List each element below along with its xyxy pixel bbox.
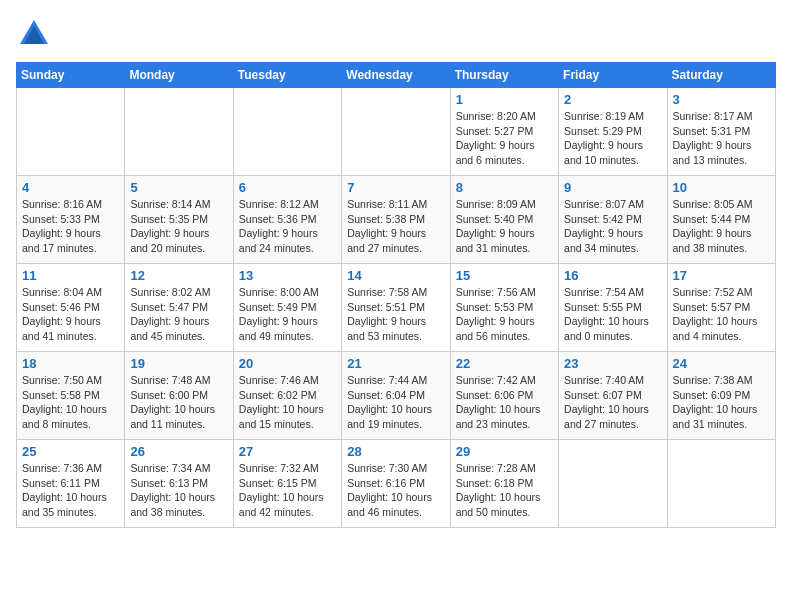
day-cell: 27Sunrise: 7:32 AM Sunset: 6:15 PM Dayli… [233,440,341,528]
day-info: Sunrise: 7:30 AM Sunset: 6:16 PM Dayligh… [347,461,444,520]
day-cell: 15Sunrise: 7:56 AM Sunset: 5:53 PM Dayli… [450,264,558,352]
week-row-2: 4Sunrise: 8:16 AM Sunset: 5:33 PM Daylig… [17,176,776,264]
day-info: Sunrise: 7:32 AM Sunset: 6:15 PM Dayligh… [239,461,336,520]
week-row-5: 25Sunrise: 7:36 AM Sunset: 6:11 PM Dayli… [17,440,776,528]
day-number: 28 [347,444,444,459]
day-number: 9 [564,180,661,195]
day-number: 6 [239,180,336,195]
day-number: 24 [673,356,770,371]
day-cell: 28Sunrise: 7:30 AM Sunset: 6:16 PM Dayli… [342,440,450,528]
day-info: Sunrise: 8:11 AM Sunset: 5:38 PM Dayligh… [347,197,444,256]
day-number: 20 [239,356,336,371]
day-cell [559,440,667,528]
day-info: Sunrise: 8:02 AM Sunset: 5:47 PM Dayligh… [130,285,227,344]
day-number: 11 [22,268,119,283]
logo [16,16,56,56]
day-cell: 19Sunrise: 7:48 AM Sunset: 6:00 PM Dayli… [125,352,233,440]
day-cell: 5Sunrise: 8:14 AM Sunset: 5:35 PM Daylig… [125,176,233,264]
week-row-4: 18Sunrise: 7:50 AM Sunset: 5:58 PM Dayli… [17,352,776,440]
day-info: Sunrise: 7:40 AM Sunset: 6:07 PM Dayligh… [564,373,661,432]
day-cell: 22Sunrise: 7:42 AM Sunset: 6:06 PM Dayli… [450,352,558,440]
calendar-body: 1Sunrise: 8:20 AM Sunset: 5:27 PM Daylig… [17,88,776,528]
day-info: Sunrise: 8:12 AM Sunset: 5:36 PM Dayligh… [239,197,336,256]
day-cell: 21Sunrise: 7:44 AM Sunset: 6:04 PM Dayli… [342,352,450,440]
day-number: 16 [564,268,661,283]
day-info: Sunrise: 8:04 AM Sunset: 5:46 PM Dayligh… [22,285,119,344]
day-number: 7 [347,180,444,195]
day-cell: 26Sunrise: 7:34 AM Sunset: 6:13 PM Dayli… [125,440,233,528]
day-number: 27 [239,444,336,459]
day-info: Sunrise: 8:19 AM Sunset: 5:29 PM Dayligh… [564,109,661,168]
day-cell: 11Sunrise: 8:04 AM Sunset: 5:46 PM Dayli… [17,264,125,352]
day-number: 2 [564,92,661,107]
day-cell: 16Sunrise: 7:54 AM Sunset: 5:55 PM Dayli… [559,264,667,352]
day-number: 17 [673,268,770,283]
day-info: Sunrise: 8:20 AM Sunset: 5:27 PM Dayligh… [456,109,553,168]
day-info: Sunrise: 7:46 AM Sunset: 6:02 PM Dayligh… [239,373,336,432]
header-cell-sunday: Sunday [17,63,125,88]
day-info: Sunrise: 8:00 AM Sunset: 5:49 PM Dayligh… [239,285,336,344]
week-row-3: 11Sunrise: 8:04 AM Sunset: 5:46 PM Dayli… [17,264,776,352]
day-info: Sunrise: 7:38 AM Sunset: 6:09 PM Dayligh… [673,373,770,432]
day-info: Sunrise: 7:48 AM Sunset: 6:00 PM Dayligh… [130,373,227,432]
header-cell-monday: Monday [125,63,233,88]
day-info: Sunrise: 7:34 AM Sunset: 6:13 PM Dayligh… [130,461,227,520]
day-number: 18 [22,356,119,371]
day-cell: 8Sunrise: 8:09 AM Sunset: 5:40 PM Daylig… [450,176,558,264]
day-cell: 29Sunrise: 7:28 AM Sunset: 6:18 PM Dayli… [450,440,558,528]
day-cell: 1Sunrise: 8:20 AM Sunset: 5:27 PM Daylig… [450,88,558,176]
day-info: Sunrise: 7:54 AM Sunset: 5:55 PM Dayligh… [564,285,661,344]
day-number: 14 [347,268,444,283]
day-cell [342,88,450,176]
day-cell: 14Sunrise: 7:58 AM Sunset: 5:51 PM Dayli… [342,264,450,352]
day-info: Sunrise: 8:07 AM Sunset: 5:42 PM Dayligh… [564,197,661,256]
day-number: 22 [456,356,553,371]
day-cell: 3Sunrise: 8:17 AM Sunset: 5:31 PM Daylig… [667,88,775,176]
header-cell-saturday: Saturday [667,63,775,88]
calendar-table: SundayMondayTuesdayWednesdayThursdayFrid… [16,62,776,528]
day-number: 13 [239,268,336,283]
day-cell: 4Sunrise: 8:16 AM Sunset: 5:33 PM Daylig… [17,176,125,264]
day-number: 5 [130,180,227,195]
day-info: Sunrise: 8:14 AM Sunset: 5:35 PM Dayligh… [130,197,227,256]
logo-icon [16,16,52,52]
day-number: 19 [130,356,227,371]
header-cell-wednesday: Wednesday [342,63,450,88]
day-cell: 7Sunrise: 8:11 AM Sunset: 5:38 PM Daylig… [342,176,450,264]
day-info: Sunrise: 8:05 AM Sunset: 5:44 PM Dayligh… [673,197,770,256]
day-number: 25 [22,444,119,459]
day-number: 12 [130,268,227,283]
day-cell: 10Sunrise: 8:05 AM Sunset: 5:44 PM Dayli… [667,176,775,264]
day-number: 1 [456,92,553,107]
day-info: Sunrise: 7:58 AM Sunset: 5:51 PM Dayligh… [347,285,444,344]
day-cell [125,88,233,176]
header-cell-tuesday: Tuesday [233,63,341,88]
day-cell: 20Sunrise: 7:46 AM Sunset: 6:02 PM Dayli… [233,352,341,440]
day-number: 29 [456,444,553,459]
day-number: 15 [456,268,553,283]
day-cell: 6Sunrise: 8:12 AM Sunset: 5:36 PM Daylig… [233,176,341,264]
day-number: 4 [22,180,119,195]
day-info: Sunrise: 7:42 AM Sunset: 6:06 PM Dayligh… [456,373,553,432]
day-info: Sunrise: 7:36 AM Sunset: 6:11 PM Dayligh… [22,461,119,520]
day-number: 8 [456,180,553,195]
header-cell-thursday: Thursday [450,63,558,88]
day-info: Sunrise: 7:28 AM Sunset: 6:18 PM Dayligh… [456,461,553,520]
day-info: Sunrise: 7:56 AM Sunset: 5:53 PM Dayligh… [456,285,553,344]
day-number: 21 [347,356,444,371]
day-number: 3 [673,92,770,107]
day-cell: 24Sunrise: 7:38 AM Sunset: 6:09 PM Dayli… [667,352,775,440]
day-cell [233,88,341,176]
header-cell-friday: Friday [559,63,667,88]
day-cell: 23Sunrise: 7:40 AM Sunset: 6:07 PM Dayli… [559,352,667,440]
day-number: 26 [130,444,227,459]
day-cell: 25Sunrise: 7:36 AM Sunset: 6:11 PM Dayli… [17,440,125,528]
day-cell [17,88,125,176]
day-cell: 12Sunrise: 8:02 AM Sunset: 5:47 PM Dayli… [125,264,233,352]
day-cell [667,440,775,528]
day-cell: 9Sunrise: 8:07 AM Sunset: 5:42 PM Daylig… [559,176,667,264]
day-info: Sunrise: 8:17 AM Sunset: 5:31 PM Dayligh… [673,109,770,168]
day-info: Sunrise: 8:09 AM Sunset: 5:40 PM Dayligh… [456,197,553,256]
day-info: Sunrise: 7:52 AM Sunset: 5:57 PM Dayligh… [673,285,770,344]
week-row-1: 1Sunrise: 8:20 AM Sunset: 5:27 PM Daylig… [17,88,776,176]
